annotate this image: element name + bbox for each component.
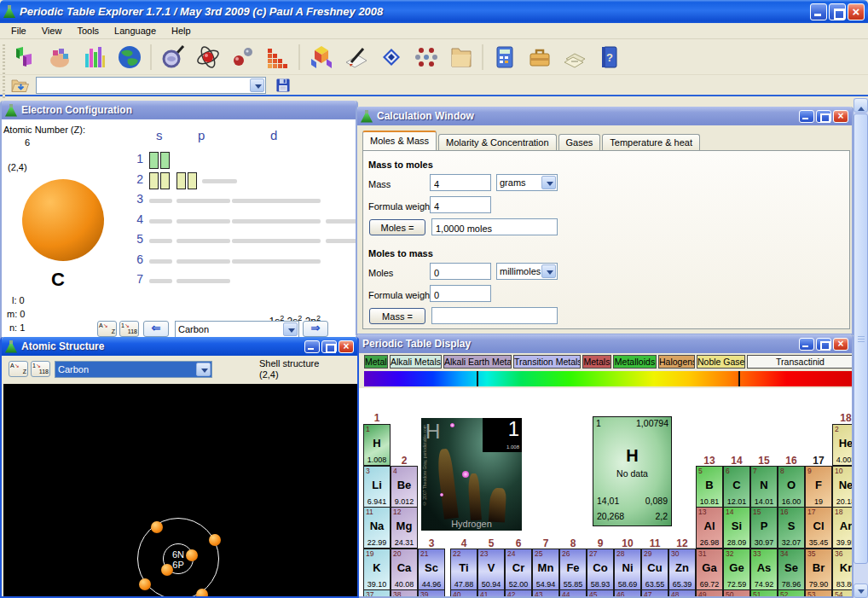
- calculator-icon[interactable]: [487, 41, 522, 73]
- tab-temperature-heat[interactable]: Temperature & heat: [602, 134, 700, 150]
- sort-alpha-button[interactable]: A↘Z: [9, 361, 28, 377]
- close-button[interactable]: [833, 338, 848, 351]
- legend-alkali-metals[interactable]: Alkali Metals: [390, 355, 442, 369]
- formula-weight-input-2[interactable]: [430, 285, 491, 302]
- element-cell-Zr[interactable]: 40Zr: [450, 589, 477, 598]
- element-cell-Ne[interactable]: 10Ne20.18: [832, 466, 854, 508]
- element-cell-Tc[interactable]: 43Tc: [532, 589, 559, 598]
- chevron-down-icon[interactable]: [250, 78, 264, 92]
- element-cell-Pd[interactable]: 46Pd: [614, 589, 641, 598]
- element-cell-Ga[interactable]: 31Ga69.72: [696, 549, 723, 590]
- element-cell-Si[interactable]: 14Si28.09: [723, 507, 750, 549]
- minimize-button[interactable]: [799, 338, 814, 351]
- menu-item-language[interactable]: Language: [107, 24, 164, 38]
- vertical-scrollbar[interactable]: [854, 98, 868, 598]
- element-cell-Ni[interactable]: 28Ni58.69: [614, 549, 641, 590]
- element-cell-Sr[interactable]: 38Sr: [391, 589, 418, 598]
- mass-equals-button[interactable]: Mass =: [369, 308, 425, 324]
- legend-metals[interactable]: Metals: [364, 355, 388, 369]
- tab-moles-mass[interactable]: Moles & Mass: [362, 131, 437, 150]
- element-cell-Ca[interactable]: 20Ca40.08: [391, 549, 418, 590]
- editor-icon[interactable]: [339, 41, 373, 73]
- element-cell-Al[interactable]: 13Al26.98: [696, 507, 723, 549]
- legend-noble-gases[interactable]: Noble Gases: [697, 355, 745, 369]
- atom-icon[interactable]: [190, 41, 225, 73]
- element-cell-Rb[interactable]: 37Rb: [363, 589, 391, 598]
- mass-input[interactable]: [430, 174, 491, 191]
- element-cell-Fe[interactable]: 26Fe55.85: [559, 549, 587, 590]
- element-cell-O[interactable]: 8O16.00: [778, 466, 805, 508]
- moles-unit-select[interactable]: millimoles: [496, 263, 558, 280]
- scrollbar-thumb[interactable]: [854, 113, 868, 564]
- element-cell-Rh[interactable]: 45Rh: [587, 589, 614, 598]
- scroll-up-button[interactable]: [854, 98, 868, 113]
- element-cell-Ge[interactable]: 32Ge72.59: [723, 549, 750, 590]
- sort-number-button[interactable]: 1↘118: [119, 321, 139, 337]
- molecule-icon[interactable]: [408, 41, 443, 73]
- element-cell-B[interactable]: 5B10.81: [696, 466, 723, 508]
- element-cell-Ag[interactable]: 47Ag: [641, 589, 668, 598]
- previous-element-button[interactable]: ⇐: [143, 321, 169, 337]
- isotopes-icon[interactable]: [225, 41, 260, 73]
- maximize-button[interactable]: [816, 110, 831, 123]
- viewer-icon[interactable]: [373, 41, 408, 73]
- element-cell-Sc[interactable]: 21Sc44.96: [418, 549, 445, 590]
- element-cell-Co[interactable]: 27Co58.93: [587, 549, 614, 590]
- element-cell-Sn[interactable]: 50Sn: [723, 589, 750, 598]
- element-cell-C[interactable]: 6C12.01: [723, 466, 750, 508]
- maximize-button[interactable]: [321, 340, 337, 353]
- sort-alpha-button[interactable]: A↘Z: [97, 321, 117, 337]
- element-cell-Te[interactable]: 52Te: [778, 589, 805, 598]
- chevron-down-icon[interactable]: [196, 363, 211, 376]
- element-select[interactable]: Carbon: [175, 321, 299, 338]
- legend-halogens[interactable]: Halogens: [658, 355, 695, 369]
- restore-button[interactable]: [829, 3, 846, 20]
- file-combo-input[interactable]: [37, 78, 248, 93]
- element-cell-Na[interactable]: 11Na22.99: [363, 507, 391, 549]
- element-cell-P[interactable]: 15P30.97: [750, 507, 778, 549]
- notes-icon[interactable]: [557, 41, 592, 73]
- file-combobox[interactable]: [36, 77, 266, 94]
- legend-transactinid[interactable]: Transactinid: [747, 355, 854, 369]
- electron-configuration-titlebar[interactable]: Electron Configuration: [2, 101, 356, 119]
- chevron-down-icon[interactable]: [283, 322, 298, 336]
- crystal-icon[interactable]: [304, 41, 339, 73]
- element-cell-Nb[interactable]: 41Nb: [477, 589, 505, 598]
- bar-chart-icon[interactable]: [77, 41, 112, 73]
- menu-item-help[interactable]: Help: [164, 24, 199, 38]
- toolbar-grip[interactable]: [3, 73, 5, 98]
- element-cell-Cu[interactable]: 29Cu63.55: [641, 549, 668, 590]
- moles-result-field[interactable]: [431, 218, 558, 235]
- element-cell-Br[interactable]: 35Br79.90: [805, 549, 832, 590]
- element-cell-Sb[interactable]: 51Sb: [750, 589, 778, 598]
- element-select[interactable]: Carbon: [55, 361, 212, 378]
- element-cell-Zn[interactable]: 30Zn65.39: [668, 549, 696, 590]
- next-element-button[interactable]: ⇒: [303, 321, 328, 337]
- close-button[interactable]: [833, 110, 848, 123]
- element-cell-I[interactable]: 53I: [805, 589, 832, 598]
- element-cell-S[interactable]: 16S32.07: [778, 507, 805, 549]
- minimize-button[interactable]: [799, 110, 814, 123]
- toolbox-icon[interactable]: [522, 41, 557, 73]
- element-cell-As[interactable]: 33As74.92: [750, 549, 778, 590]
- minimize-button[interactable]: [810, 3, 827, 20]
- chevron-down-icon[interactable]: [541, 264, 556, 278]
- close-button[interactable]: [848, 3, 865, 20]
- element-cell-F[interactable]: 9F19: [805, 466, 832, 508]
- sort-number-button[interactable]: 1↘118: [31, 361, 50, 377]
- element-cell-Mo[interactable]: 42Mo: [505, 589, 532, 598]
- menu-item-tools[interactable]: Tools: [69, 24, 107, 38]
- search-icon[interactable]: [155, 41, 190, 73]
- element-cell-H[interactable]: 1H1.008: [363, 424, 391, 466]
- open-folder-icon[interactable]: [7, 69, 32, 102]
- element-cell-Cd[interactable]: 48Cd: [668, 589, 696, 598]
- element-cell-Ar[interactable]: 18Ar39.95: [832, 507, 854, 549]
- atomic-structure-titlebar[interactable]: Atomic Structure: [2, 337, 357, 356]
- periodic-table-titlebar[interactable]: Periodic Table Display: [357, 334, 852, 353]
- toolbar-grip[interactable]: [3, 44, 5, 70]
- element-cell-Li[interactable]: 3Li6.941: [363, 466, 391, 508]
- minimize-button[interactable]: [304, 340, 320, 353]
- element-cell-Y[interactable]: 39Y: [418, 589, 445, 598]
- element-cell-Cr[interactable]: 24Cr52.00: [505, 549, 532, 590]
- element-cell-Be[interactable]: 4Be9.012: [391, 466, 418, 508]
